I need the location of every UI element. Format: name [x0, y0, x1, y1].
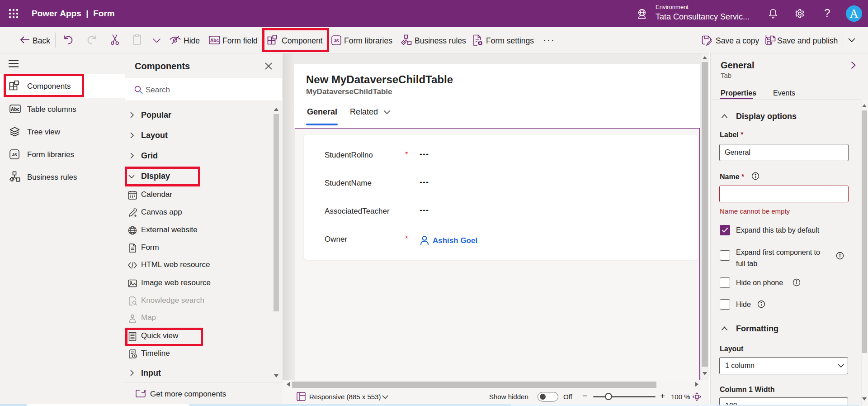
- svg-text:JS: JS: [12, 152, 17, 157]
- svg-text:Abc: Abc: [11, 107, 19, 112]
- svg-text:JS: JS: [334, 38, 339, 43]
- svg-text:Abc: Abc: [210, 38, 219, 43]
